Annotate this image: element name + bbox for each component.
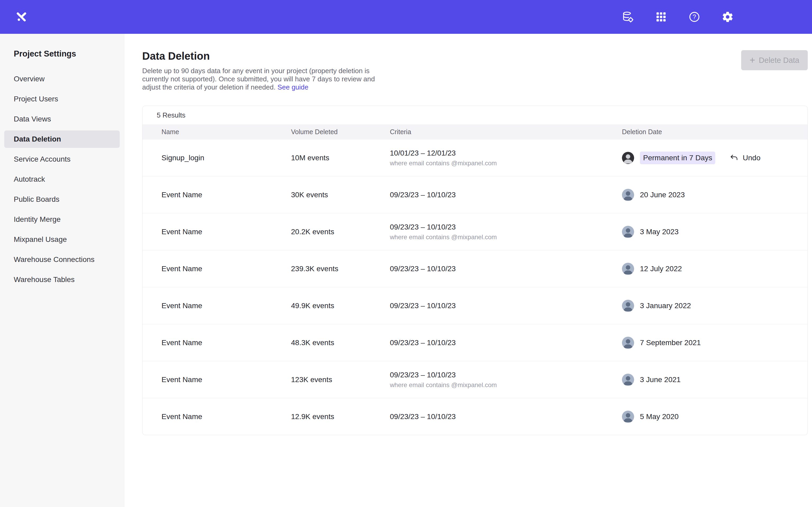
row-deletion-date: 7 September 2021 (640, 339, 701, 347)
data-connections-icon[interactable] (622, 11, 634, 23)
table-column-headers: Name Volume Deleted Criteria Deletion Da… (143, 124, 808, 139)
plus-icon: + (750, 55, 755, 65)
delete-data-button-label: Delete Data (759, 56, 799, 65)
table-row: Event Name 48.3K events 09/23/23 – 10/10… (143, 324, 808, 361)
table-row: Event Name 123K events 09/23/23 – 10/10/… (143, 361, 808, 398)
avatar (622, 226, 634, 238)
sidebar-item-project-users[interactable]: Project Users (4, 90, 120, 108)
row-criteria: 09/23/23 – 10/10/23 (390, 191, 622, 199)
delete-data-button[interactable]: + Delete Data (741, 50, 808, 70)
row-criteria: 09/23/23 – 10/10/23 (390, 412, 622, 421)
row-criteria-range: 10/01/23 – 12/01/23 (390, 149, 622, 157)
sidebar: Project Settings OverviewProject UsersDa… (0, 34, 124, 507)
row-volume: 123K events (291, 376, 390, 384)
avatar (622, 152, 634, 164)
page-title: Data Deletion (142, 50, 808, 62)
row-deletion-cell: 3 June 2021 (622, 374, 808, 386)
row-criteria: 10/01/23 – 12/01/23 where email contains… (390, 149, 622, 167)
row-criteria-filter: where email contains @mixpanel.com (390, 160, 622, 167)
row-name: Event Name (161, 265, 291, 273)
table-row: Event Name 239.3K events 09/23/23 – 10/1… (143, 250, 808, 287)
sidebar-item-mixpanel-usage[interactable]: Mixpanel Usage (4, 231, 120, 248)
undo-label: Undo (743, 154, 760, 162)
row-criteria-range: 09/23/23 – 10/10/23 (390, 301, 622, 310)
settings-icon[interactable] (722, 11, 734, 23)
row-deletion-date: 12 July 2022 (640, 265, 682, 273)
row-volume: 10M events (291, 154, 390, 162)
row-deletion-date: Permanent in 7 Days (640, 152, 715, 164)
column-header-volume: Volume Deleted (291, 128, 390, 136)
row-name: Event Name (161, 376, 291, 384)
row-criteria-range: 09/23/23 – 10/10/23 (390, 371, 622, 379)
table-row: Event Name 49.9K events 09/23/23 – 10/10… (143, 287, 808, 324)
column-header-criteria: Criteria (390, 128, 622, 136)
row-name: Event Name (161, 228, 291, 236)
undo-icon (729, 154, 739, 162)
sidebar-item-overview[interactable]: Overview (4, 70, 120, 88)
row-criteria: 09/23/23 – 10/10/23 where email contains… (390, 223, 622, 241)
undo-button[interactable]: Undo (729, 154, 760, 162)
help-icon[interactable]: ? (688, 11, 701, 23)
row-name: Event Name (161, 339, 291, 347)
sidebar-item-identity-merge[interactable]: Identity Merge (4, 211, 120, 228)
avatar (622, 189, 634, 201)
row-deletion-date: 5 May 2020 (640, 412, 678, 421)
row-name: Event Name (161, 301, 291, 310)
deletion-table-card: 5 Results Name Volume Deleted Criteria D… (142, 106, 808, 435)
row-criteria: 09/23/23 – 10/10/23 (390, 265, 622, 273)
row-criteria-filter: where email contains @mixpanel.com (390, 381, 622, 389)
row-deletion-cell: 7 September 2021 (622, 337, 808, 349)
mixpanel-logo[interactable] (15, 10, 29, 24)
row-deletion-cell: 20 June 2023 (622, 189, 808, 201)
table-row: Event Name 20.2K events 09/23/23 – 10/10… (143, 213, 808, 250)
main-content: Data Deletion Delete up to 90 days data … (124, 34, 812, 507)
column-header-name: Name (161, 128, 291, 136)
row-deletion-date: 3 June 2021 (640, 376, 680, 384)
table-row: Event Name 30K events 09/23/23 – 10/10/2… (143, 176, 808, 213)
avatar (622, 300, 634, 312)
row-deletion-cell: 12 July 2022 (622, 263, 808, 275)
avatar (622, 337, 634, 349)
table-row: Signup_login 10M events 10/01/23 – 12/01… (143, 139, 808, 176)
sidebar-item-service-accounts[interactable]: Service Accounts (4, 151, 120, 168)
row-volume: 30K events (291, 191, 390, 199)
row-volume: 20.2K events (291, 228, 390, 236)
row-criteria-filter: where email contains @mixpanel.com (390, 233, 622, 241)
row-deletion-cell: 5 May 2020 (622, 411, 808, 423)
table-row: Event Name 12.9K events 09/23/23 – 10/10… (143, 398, 808, 435)
row-deletion-cell: 3 May 2023 (622, 226, 808, 238)
row-criteria: 09/23/23 – 10/10/23 where email contains… (390, 371, 622, 389)
results-count: 5 Results (143, 106, 808, 124)
avatar (622, 263, 634, 275)
column-header-deletion-date: Deletion Date (622, 128, 808, 136)
row-criteria-range: 09/23/23 – 10/10/23 (390, 265, 622, 273)
row-criteria: 09/23/23 – 10/10/23 (390, 339, 622, 347)
avatar (622, 411, 634, 423)
topbar: ? (0, 0, 812, 34)
sidebar-title: Project Settings (0, 49, 124, 59)
table-body: Signup_login 10M events 10/01/23 – 12/01… (143, 139, 808, 435)
avatar (622, 374, 634, 386)
row-criteria-range: 09/23/23 – 10/10/23 (390, 191, 622, 199)
row-deletion-date: 20 June 2023 (640, 191, 685, 199)
sidebar-item-autotrack[interactable]: Autotrack (4, 171, 120, 188)
see-guide-link[interactable]: See guide (277, 83, 308, 91)
sidebar-item-warehouse-tables[interactable]: Warehouse Tables (4, 271, 120, 288)
row-deletion-date: 3 May 2023 (640, 228, 678, 236)
row-volume: 48.3K events (291, 339, 390, 347)
row-volume: 49.9K events (291, 301, 390, 310)
sidebar-item-warehouse-connections[interactable]: Warehouse Connections (4, 251, 120, 268)
sidebar-item-data-deletion[interactable]: Data Deletion (4, 130, 120, 148)
svg-text:?: ? (693, 13, 696, 20)
row-volume: 239.3K events (291, 265, 390, 273)
apps-grid-icon[interactable] (655, 11, 667, 23)
row-deletion-cell: Permanent in 7 Days Undo (622, 152, 808, 164)
page-description: Delete up to 90 days data for any event … (142, 67, 380, 91)
topbar-icons: ? (622, 11, 734, 23)
row-deletion-date: 3 January 2022 (640, 301, 691, 310)
sidebar-item-public-boards[interactable]: Public Boards (4, 191, 120, 208)
row-criteria: 09/23/23 – 10/10/23 (390, 301, 622, 310)
sidebar-item-data-views[interactable]: Data Views (4, 110, 120, 128)
page-description-text: Delete up to 90 days data for any event … (142, 67, 375, 91)
sidebar-nav: OverviewProject UsersData ViewsData Dele… (0, 70, 124, 288)
